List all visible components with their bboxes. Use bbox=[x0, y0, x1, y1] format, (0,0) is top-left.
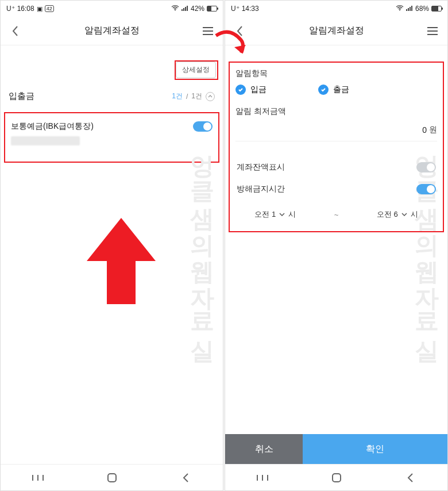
account-toggle[interactable] bbox=[193, 121, 213, 132]
battery-pct-label: 68% bbox=[415, 5, 429, 13]
show-balance-label: 계좌잔액표시 bbox=[237, 162, 285, 172]
dnd-end-dropdown[interactable]: 오전 6 시 bbox=[377, 209, 418, 220]
show-balance-toggle[interactable] bbox=[416, 162, 436, 172]
highlight-box-detail-btn bbox=[175, 60, 218, 80]
android-nav-bar bbox=[1, 464, 223, 490]
back-button[interactable] bbox=[9, 24, 22, 38]
svg-rect-19 bbox=[333, 474, 341, 482]
hour-unit: 시 bbox=[411, 209, 418, 220]
min-amount-value: 0 bbox=[422, 125, 427, 135]
withdraw-label: 출금 bbox=[333, 85, 349, 95]
battery-icon bbox=[431, 6, 442, 11]
carrier-label: U⁺ bbox=[231, 5, 240, 13]
account-name: 보통예금(IBK급여통장) bbox=[11, 121, 94, 132]
category-label: 알림항목 bbox=[235, 68, 437, 79]
dnd-start-value: 오전 1 bbox=[254, 209, 276, 220]
battery-icon bbox=[207, 6, 217, 11]
app-header: 알림계좌설정 bbox=[1, 17, 223, 45]
withdraw-checkbox[interactable]: 출금 bbox=[318, 85, 349, 95]
watermark-text: 엉클샘의웹자료실 bbox=[186, 137, 218, 349]
dnd-toggle[interactable] bbox=[416, 184, 436, 194]
page-title: 알림계좌설정 bbox=[247, 25, 426, 37]
svg-rect-12 bbox=[406, 9, 407, 11]
page-title: 알림계좌설정 bbox=[22, 25, 201, 37]
svg-rect-2 bbox=[183, 8, 184, 11]
battery-pct-label: 42% bbox=[191, 5, 204, 13]
section-header: 입출금 1건 / 1건 bbox=[1, 84, 223, 109]
right-phone: U⁺ 14:33 68% 알림계좌설정 엉클샘의웹자료실 알림항목 bbox=[225, 0, 448, 491]
min-amount-field[interactable]: 0 원 bbox=[235, 122, 437, 141]
android-nav-bar bbox=[225, 464, 447, 490]
account-card[interactable]: 보통예금(IBK급여통장) bbox=[4, 112, 219, 163]
time-range-sep: ~ bbox=[334, 210, 339, 219]
chevron-down-icon bbox=[279, 212, 285, 217]
deposit-checkbox[interactable]: 입금 bbox=[235, 85, 267, 95]
annotation-arrow-up-icon bbox=[87, 218, 156, 316]
svg-point-0 bbox=[175, 10, 176, 11]
nav-back-button[interactable] bbox=[180, 471, 192, 484]
status-bar: U⁺ 14:33 68% bbox=[225, 1, 447, 17]
back-button[interactable] bbox=[233, 24, 247, 38]
svg-point-11 bbox=[399, 10, 400, 11]
chevron-down-icon bbox=[401, 212, 407, 217]
svg-rect-4 bbox=[187, 6, 188, 11]
won-unit: 원 bbox=[429, 125, 437, 135]
nav-back-button[interactable] bbox=[404, 471, 417, 484]
section-title: 입출금 bbox=[9, 91, 34, 102]
footer-buttons: 취소 확인 bbox=[225, 434, 447, 464]
count-total: 1건 bbox=[191, 91, 202, 101]
app-header: 알림계좌설정 bbox=[225, 17, 447, 45]
checkmark-icon bbox=[318, 85, 329, 95]
wifi-icon bbox=[396, 5, 404, 12]
menu-button[interactable] bbox=[201, 24, 215, 38]
dnd-end-value: 오전 6 bbox=[377, 209, 398, 220]
svg-rect-3 bbox=[185, 7, 186, 11]
wifi-icon bbox=[171, 5, 179, 12]
svg-rect-15 bbox=[411, 6, 412, 11]
count-current: 1건 bbox=[172, 91, 183, 101]
confirm-button[interactable]: 확인 bbox=[303, 434, 447, 464]
status-bar: U⁺ 16:08 ▣ 42 42% bbox=[1, 1, 223, 17]
nav-recents-button[interactable] bbox=[256, 471, 269, 484]
detail-settings-panel: 알림항목 입금 출금 알림 최저금액 0 원 bbox=[229, 62, 444, 232]
cancel-button[interactable]: 취소 bbox=[225, 434, 303, 464]
account-number-redacted bbox=[11, 136, 80, 145]
nav-recents-button[interactable] bbox=[32, 471, 44, 484]
carrier-label: U⁺ bbox=[6, 5, 15, 13]
signal-icon bbox=[406, 5, 413, 12]
nav-home-button[interactable] bbox=[330, 471, 343, 484]
dnd-start-dropdown[interactable]: 오전 1 시 bbox=[254, 209, 296, 220]
checkmark-icon bbox=[235, 85, 246, 95]
count-sep: / bbox=[186, 93, 188, 101]
collapse-icon[interactable] bbox=[206, 92, 215, 101]
svg-rect-13 bbox=[408, 8, 409, 11]
dnd-label: 방해금지시간 bbox=[237, 184, 285, 194]
svg-rect-1 bbox=[181, 9, 183, 11]
signal-icon bbox=[181, 5, 188, 12]
notif-count-badge: 42 bbox=[45, 5, 54, 12]
left-phone: U⁺ 16:08 ▣ 42 42% 알림계좌설정 엉클샘의웹자료실 상세설정 bbox=[0, 0, 223, 491]
deposit-label: 입금 bbox=[250, 85, 267, 95]
min-amount-label: 알림 최저금액 bbox=[235, 106, 437, 117]
menu-button[interactable] bbox=[426, 24, 439, 38]
clock-label: 16:08 bbox=[17, 5, 34, 13]
clock-label: 14:33 bbox=[242, 5, 259, 13]
svg-marker-5 bbox=[87, 218, 156, 304]
nav-home-button[interactable] bbox=[106, 471, 118, 484]
svg-rect-9 bbox=[108, 474, 116, 482]
hour-unit: 시 bbox=[288, 209, 296, 220]
svg-rect-14 bbox=[410, 7, 411, 11]
image-icon: ▣ bbox=[37, 5, 43, 13]
